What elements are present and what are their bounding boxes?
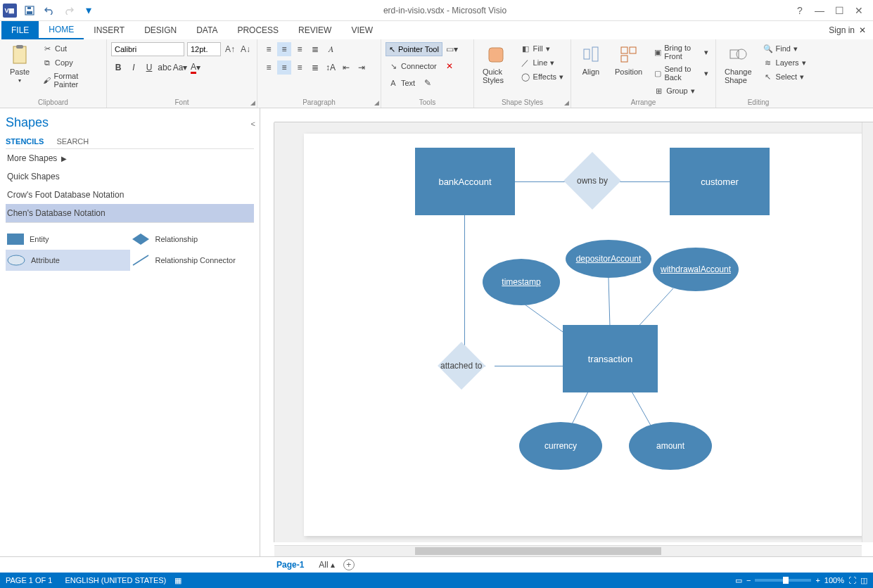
vertical-scrollbar[interactable]: [862, 122, 873, 542]
bring-to-front-button[interactable]: ▣Bring to Front ▾: [651, 42, 711, 62]
tab-view[interactable]: VIEW: [341, 21, 383, 39]
stencil-entity[interactable]: Entity: [6, 229, 130, 250]
relationship-owns[interactable]: owns by: [563, 152, 621, 210]
inc-indent-button[interactable]: ⇥: [355, 60, 369, 75]
align-center-button[interactable]: ≡: [277, 60, 291, 75]
rectangle-tool-button[interactable]: ▭▾: [445, 42, 459, 56]
stencil-rel-connector[interactable]: Relationship Connector: [130, 250, 255, 271]
pan-zoom-icon[interactable]: ◫: [860, 576, 867, 585]
crows-foot-link[interactable]: Crow's Foot Database Notation: [6, 186, 254, 204]
layers-button[interactable]: ≋Layers ▾: [760, 56, 809, 69]
strike-button[interactable]: abc: [158, 60, 172, 75]
drawing-page[interactable]: bankAccount customer transaction owns by…: [304, 134, 862, 536]
ink-tool-button[interactable]: ✎: [421, 76, 435, 90]
collapse-panel-icon[interactable]: <: [251, 120, 255, 128]
effects-button[interactable]: ◯Effects ▾: [518, 70, 566, 83]
attr-withdrawal[interactable]: withdrawalAccount: [653, 248, 739, 291]
paste-button[interactable]: Paste▾: [4, 42, 35, 85]
save-icon[interactable]: [23, 4, 37, 18]
page-1-tab[interactable]: Page-1: [270, 558, 310, 572]
status-language[interactable]: ENGLISH (UNITED STATES): [65, 576, 166, 584]
font-family-select[interactable]: [111, 42, 184, 56]
pointer-tool-button[interactable]: ↖Pointer Tool: [385, 42, 442, 56]
connector[interactable]: [617, 181, 670, 182]
send-to-back-button[interactable]: ▢Send to Back ▾: [651, 63, 711, 83]
maximize-icon[interactable]: ☐: [831, 2, 848, 19]
attr-currency[interactable]: currency: [519, 422, 602, 470]
connector[interactable]: [515, 181, 568, 182]
font-dialog-launcher[interactable]: ◢: [250, 99, 255, 106]
group-button[interactable]: ⊞Group ▾: [651, 84, 711, 97]
entity-bankaccount[interactable]: bankAccount: [415, 148, 515, 215]
attr-amount[interactable]: amount: [629, 422, 712, 470]
redo-icon[interactable]: [62, 4, 76, 18]
connection-point-button[interactable]: ✕: [442, 59, 457, 73]
align-bottom-button[interactable]: ≡: [293, 42, 307, 56]
align-right-button[interactable]: ≡: [293, 60, 307, 75]
quick-styles-button[interactable]: Quick Styles: [478, 42, 514, 86]
drawing-canvas[interactable]: bankAccount customer transaction owns by…: [274, 122, 862, 542]
format-painter-button[interactable]: 🖌Format Painter: [39, 70, 102, 90]
dec-indent-button[interactable]: ⇤: [339, 60, 353, 75]
close-icon[interactable]: ✕: [850, 2, 867, 19]
text-tool-button[interactable]: AText: [385, 76, 418, 90]
stencil-relationship[interactable]: Relationship: [130, 229, 255, 250]
minimize-icon[interactable]: —: [811, 2, 828, 19]
connector[interactable]: [464, 215, 465, 355]
qat-dropdown-icon[interactable]: ▾: [82, 4, 96, 18]
undo-icon[interactable]: [42, 4, 56, 18]
position-button[interactable]: Position: [611, 42, 646, 77]
tab-data[interactable]: DATA: [186, 21, 227, 39]
add-page-button[interactable]: +: [343, 559, 355, 570]
clear-format-button[interactable]: 𝐴: [324, 42, 338, 56]
attr-timestamp[interactable]: timestamp: [483, 259, 560, 305]
align-left-button[interactable]: ≡: [262, 60, 276, 75]
stencils-tab[interactable]: STENCILS: [6, 137, 44, 146]
connector-tool-button[interactable]: ↘Connector: [385, 59, 440, 73]
justify-button[interactable]: ≣: [308, 60, 322, 75]
relationship-attached[interactable]: attached to: [438, 342, 485, 390]
fill-button[interactable]: ◧Fill ▾: [518, 42, 566, 55]
zoom-out-button[interactable]: −: [746, 576, 751, 584]
paragraph-dialog-launcher[interactable]: ◢: [374, 99, 379, 106]
tab-design[interactable]: DESIGN: [134, 21, 186, 39]
align-top-button[interactable]: ≡: [262, 42, 276, 56]
presentation-mode-icon[interactable]: ▭: [735, 576, 742, 585]
align-button[interactable]: Align: [575, 42, 606, 77]
tab-review[interactable]: REVIEW: [288, 21, 341, 39]
cut-button[interactable]: ✂Cut: [39, 42, 102, 55]
font-color-button[interactable]: A▾: [189, 60, 203, 75]
connector[interactable]: [495, 366, 563, 366]
close-pane-icon[interactable]: ✕: [859, 25, 866, 35]
shapestyles-dialog-launcher[interactable]: ◢: [564, 99, 569, 106]
line-button[interactable]: ／Line ▾: [518, 56, 566, 69]
quick-shapes-link[interactable]: Quick Shapes: [6, 167, 254, 186]
zoom-slider[interactable]: [755, 579, 811, 582]
horizontal-scrollbar[interactable]: [274, 545, 862, 556]
all-pages-button[interactable]: All ▴: [319, 560, 334, 570]
italic-button[interactable]: I: [127, 60, 141, 75]
bullets-button[interactable]: ≣: [308, 42, 322, 56]
grow-font-button[interactable]: A↑: [224, 44, 236, 54]
tab-file[interactable]: FILE: [1, 21, 39, 39]
select-button[interactable]: ↖Select ▾: [760, 70, 809, 83]
copy-button[interactable]: ⧉Copy: [39, 56, 102, 69]
underline-button[interactable]: U: [142, 60, 156, 75]
shrink-font-button[interactable]: A↓: [239, 44, 252, 54]
tab-home[interactable]: HOME: [39, 21, 84, 39]
entity-customer[interactable]: customer: [670, 148, 770, 215]
vertical-ruler[interactable]: [260, 122, 274, 542]
find-button[interactable]: 🔍Find ▾: [760, 42, 809, 55]
chens-notation-link[interactable]: Chen's Database Notation: [6, 204, 254, 222]
align-middle-button[interactable]: ≡: [277, 42, 291, 56]
horizontal-scroll-thumb[interactable]: [415, 547, 661, 555]
macro-record-icon[interactable]: ▦: [174, 576, 181, 585]
tab-insert[interactable]: INSERT: [84, 21, 134, 39]
entity-transaction[interactable]: transaction: [563, 325, 658, 392]
sign-in-link[interactable]: Sign in ✕: [822, 21, 873, 39]
case-button[interactable]: Aa▾: [173, 60, 187, 75]
help-icon[interactable]: ?: [791, 2, 808, 19]
zoom-level-label[interactable]: 100%: [824, 576, 844, 584]
fit-page-icon[interactable]: ⛶: [848, 576, 856, 584]
text-direction-button[interactable]: ↕A: [324, 60, 338, 75]
